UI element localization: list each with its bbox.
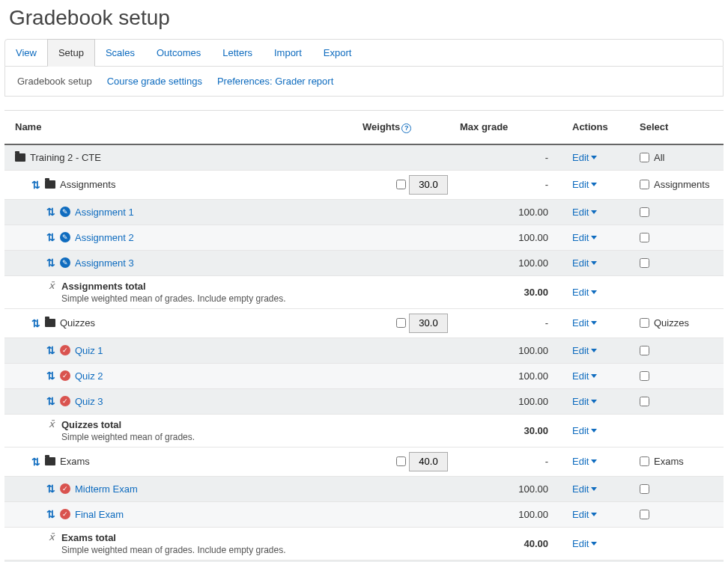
edit-link[interactable]: Edit xyxy=(572,509,597,520)
move-icon[interactable]: ⇅ xyxy=(46,257,55,269)
tab-view[interactable]: View xyxy=(5,40,48,66)
tab-letters[interactable]: Letters xyxy=(212,40,264,66)
calc-icon: x̄ xyxy=(46,532,57,543)
assign-icon: ✎ xyxy=(60,232,70,242)
caret-down-icon xyxy=(591,290,597,294)
calc-icon: x̄ xyxy=(46,419,57,430)
item-link[interactable]: Midterm Exam xyxy=(75,483,138,495)
tab-outcomes[interactable]: Outcomes xyxy=(146,40,212,66)
weight-override-checkbox[interactable] xyxy=(396,456,406,466)
category-row: ⇅Assignments - Edit Assignments xyxy=(4,171,724,200)
item-link[interactable]: Assignment 1 xyxy=(75,207,134,218)
select-item-checkbox[interactable] xyxy=(640,510,649,519)
caret-down-icon xyxy=(591,459,597,463)
item-link[interactable]: Final Exam xyxy=(75,509,124,520)
select-category-checkbox[interactable] xyxy=(640,456,649,466)
category-total-row: x̄Assignments totalSimple weighted mean … xyxy=(4,276,724,309)
subtab-course-grade-settings[interactable]: Course grade settings xyxy=(100,73,210,90)
tab-scales[interactable]: Scales xyxy=(95,40,146,66)
select-category-label: Quizzes xyxy=(654,317,689,329)
select-item-checkbox[interactable] xyxy=(640,397,649,406)
weight-input[interactable] xyxy=(409,314,448,333)
category-total-row: x̄Quizzes totalSimple weighted mean of g… xyxy=(4,415,724,448)
select-item-checkbox[interactable] xyxy=(640,207,649,217)
select-item-checkbox[interactable] xyxy=(640,258,649,268)
edit-link[interactable]: Edit xyxy=(572,232,597,243)
select-item-checkbox[interactable] xyxy=(640,371,649,381)
move-icon[interactable]: ⇅ xyxy=(46,344,55,356)
edit-link[interactable]: Edit xyxy=(572,257,597,269)
item-link[interactable]: Assignment 2 xyxy=(75,232,134,243)
weight-input[interactable] xyxy=(409,175,448,195)
caret-down-icon xyxy=(591,210,597,214)
tabs-primary: ViewSetupScalesOutcomesLettersImportExpo… xyxy=(4,39,724,67)
item-row: ⇅✎Assignment 3 100.00 Edit xyxy=(4,251,724,276)
weight-override-checkbox[interactable] xyxy=(396,318,406,328)
folder-icon xyxy=(45,457,55,465)
category-total-maxgrade: 40.00 xyxy=(454,534,566,554)
item-row: ⇅✎Assignment 2 100.00 Edit xyxy=(4,225,724,251)
category-maxgrade: - xyxy=(454,174,566,195)
subtab-gradebook-setup[interactable]: Gradebook setup xyxy=(10,73,100,90)
category-name: Assignments xyxy=(60,179,115,190)
caret-down-icon xyxy=(591,542,597,546)
item-maxgrade: 100.00 xyxy=(454,479,566,499)
move-icon[interactable]: ⇅ xyxy=(46,508,55,520)
edit-link[interactable]: Edit xyxy=(572,538,597,549)
subtab-preferences-grader-report[interactable]: Preferences: Grader report xyxy=(210,73,341,90)
item-row: ⇅✓Quiz 1 100.00 Edit xyxy=(4,338,724,364)
move-icon[interactable]: ⇅ xyxy=(46,483,55,495)
select-item-checkbox[interactable] xyxy=(640,233,649,242)
edit-link[interactable]: Edit xyxy=(572,396,597,407)
category-name: Quizzes xyxy=(60,317,95,329)
edit-link[interactable]: Edit xyxy=(572,207,597,218)
item-link[interactable]: Quiz 2 xyxy=(75,370,103,382)
item-link[interactable]: Assignment 3 xyxy=(75,257,134,269)
move-icon[interactable]: ⇅ xyxy=(46,231,55,243)
tab-setup[interactable]: Setup xyxy=(47,39,95,67)
tabs-secondary: Gradebook setupCourse grade settingsPref… xyxy=(4,67,724,97)
item-maxgrade: 100.00 xyxy=(454,366,566,386)
col-name: Name xyxy=(4,117,357,137)
edit-link[interactable]: Edit xyxy=(572,179,597,190)
edit-link[interactable]: Edit xyxy=(572,345,597,356)
caret-down-icon xyxy=(591,487,597,491)
edit-link[interactable]: Edit xyxy=(572,483,597,495)
move-icon[interactable]: ⇅ xyxy=(46,395,55,407)
help-icon[interactable]: ? xyxy=(401,123,411,133)
edit-link[interactable]: Edit xyxy=(572,456,597,467)
move-icon[interactable]: ⇅ xyxy=(46,206,55,218)
caret-down-icon xyxy=(591,321,597,325)
item-row: ⇅✓Midterm Exam 100.00 Edit xyxy=(4,477,724,502)
item-maxgrade: 100.00 xyxy=(454,253,566,273)
course-name: Training 2 - CTE xyxy=(30,152,101,163)
select-category-checkbox[interactable] xyxy=(640,180,649,189)
move-icon[interactable]: ⇅ xyxy=(46,370,55,382)
move-icon[interactable]: ⇅ xyxy=(31,456,40,468)
item-row: ⇅✓Quiz 2 100.00 Edit xyxy=(4,364,724,389)
tab-export[interactable]: Export xyxy=(313,40,363,66)
caret-down-icon xyxy=(591,183,597,186)
weight-override-checkbox[interactable] xyxy=(396,180,406,189)
caret-down-icon xyxy=(591,236,597,239)
select-category-checkbox[interactable] xyxy=(640,318,649,328)
edit-link[interactable]: Edit xyxy=(572,370,597,382)
edit-link[interactable]: Edit xyxy=(572,287,597,298)
move-icon[interactable]: ⇅ xyxy=(31,317,40,329)
item-link[interactable]: Quiz 1 xyxy=(75,345,103,356)
select-item-checkbox[interactable] xyxy=(640,346,649,355)
table-header-row: Name Weights? Max grade Actions Select xyxy=(4,111,724,145)
category-row: ⇅Quizzes - Edit Quizzes xyxy=(4,309,724,338)
move-icon[interactable]: ⇅ xyxy=(31,179,40,191)
select-all-checkbox[interactable] xyxy=(640,153,649,162)
item-maxgrade: 100.00 xyxy=(454,340,566,361)
edit-link[interactable]: Edit xyxy=(572,425,597,436)
edit-link[interactable]: Edit xyxy=(572,317,597,329)
select-item-checkbox[interactable] xyxy=(640,484,649,494)
weight-input[interactable] xyxy=(409,452,448,471)
item-link[interactable]: Quiz 3 xyxy=(75,396,103,407)
tab-import[interactable]: Import xyxy=(264,40,313,66)
edit-link[interactable]: Edit xyxy=(572,152,597,163)
category-total-label: Exams total xyxy=(61,532,286,543)
caret-down-icon xyxy=(591,156,597,159)
